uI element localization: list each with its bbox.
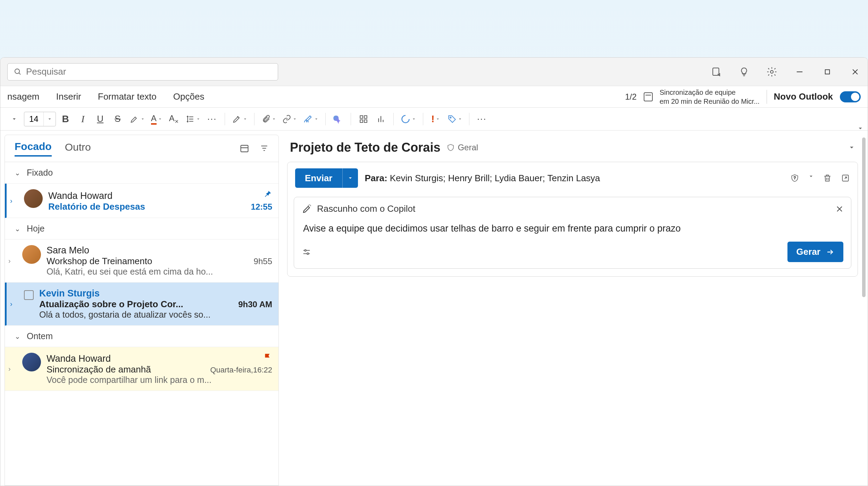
copilot-button[interactable]: [331, 111, 346, 127]
thread-category[interactable]: Geral: [446, 143, 478, 152]
message-item[interactable]: › Sara Melo Workshop de Treinamento 9h55…: [5, 240, 278, 283]
bold-button[interactable]: B: [58, 111, 73, 127]
separator: [225, 113, 225, 125]
ribbon-tab-insert[interactable]: Inserir: [56, 91, 81, 102]
avatar: [24, 189, 43, 208]
ribbon-tab-options[interactable]: Opções: [173, 91, 205, 102]
send-options-dropdown[interactable]: [342, 168, 358, 188]
filter-icon[interactable]: [260, 144, 269, 153]
gear-icon[interactable]: [766, 66, 777, 77]
separator: [469, 113, 469, 125]
close-icon[interactable]: [836, 205, 843, 213]
strikethrough-button[interactable]: S: [110, 111, 125, 127]
sync-info[interactable]: Sincronização de equipe em 20 min de Reu…: [660, 88, 760, 106]
notes-icon[interactable]: [711, 66, 722, 77]
send-button[interactable]: Enviar: [295, 168, 342, 188]
tag-button[interactable]: [445, 111, 464, 127]
scrollbar-thumb[interactable]: [862, 137, 866, 297]
message-item-selected[interactable]: › Kevin Sturgis Atualização sobre o Proj…: [5, 283, 278, 326]
sensitivity-icon[interactable]: ?: [790, 174, 799, 183]
page-indicator: 1/2: [625, 92, 636, 102]
loop-button[interactable]: [399, 111, 418, 127]
arrow-right-icon: [826, 248, 834, 256]
message-subject: Atualização sobre o Projeto Cor...: [39, 299, 183, 310]
svg-rect-12: [364, 116, 367, 118]
send-button-group: Enviar: [295, 168, 358, 188]
close-button[interactable]: [850, 66, 861, 77]
link-button[interactable]: [280, 111, 299, 127]
font-size-select[interactable]: 14: [24, 112, 56, 126]
new-outlook-label: Novo Outlook: [774, 91, 833, 102]
styles-button[interactable]: [230, 111, 249, 127]
message-preview: Olá, Katri, eu sei que está em cima da h…: [47, 267, 272, 277]
section-label: Hoje: [27, 224, 44, 234]
more-format-button[interactable]: ···: [205, 111, 220, 127]
signature-button[interactable]: [301, 111, 320, 127]
message-item-flagged[interactable]: › Wanda Howard Sincronização de amanhã Q…: [5, 347, 278, 391]
section-yesterday[interactable]: ⌄ Ontem: [5, 326, 278, 347]
message-time: 9h55: [254, 257, 272, 266]
tab-focused[interactable]: Focado: [15, 141, 52, 157]
separator: [351, 113, 351, 125]
expand-arrow-icon[interactable]: ›: [10, 300, 18, 308]
expand-arrow-icon[interactable]: ›: [8, 365, 17, 373]
tab-other[interactable]: Outro: [65, 141, 91, 156]
minimize-button[interactable]: [794, 66, 805, 77]
message-from: Kevin Sturgis: [39, 288, 100, 299]
generate-button[interactable]: Gerar: [787, 242, 843, 262]
calendar-icon[interactable]: [644, 92, 653, 101]
search-icon: [14, 68, 22, 76]
attach-button[interactable]: [259, 111, 278, 127]
delete-icon[interactable]: [823, 174, 832, 183]
flag-icon[interactable]: [263, 353, 272, 362]
section-pinned[interactable]: ⌄ Fixado: [5, 162, 278, 184]
copilot-prompt-input[interactable]: [302, 220, 843, 242]
font-family-dropdown[interactable]: [7, 111, 22, 127]
select-checkbox[interactable]: [24, 290, 34, 300]
section-label: Ontem: [27, 331, 53, 341]
to-field[interactable]: Para: Kevin Sturgis; Henry Brill; Lydia …: [365, 173, 600, 184]
chevron-down-icon: ⌄: [15, 225, 20, 233]
message-time: 12:55: [251, 202, 272, 212]
italic-button[interactable]: I: [75, 111, 91, 127]
main-area: Focado Outro ⌄ Fixado › Wanda Howard: [0, 131, 868, 486]
expand-arrow-icon[interactable]: ›: [10, 197, 18, 205]
font-size-value: 14: [24, 114, 43, 124]
lightbulb-icon[interactable]: [738, 66, 750, 77]
apps-button[interactable]: [356, 111, 371, 127]
message-subject: Sincronização de amanhã: [47, 364, 151, 375]
underline-button[interactable]: U: [93, 111, 108, 127]
line-spacing-button[interactable]: [184, 111, 202, 127]
highlight-button[interactable]: [127, 111, 147, 127]
popout-icon[interactable]: [841, 174, 850, 183]
message-subject: Relatório de Despesas: [48, 201, 145, 212]
clear-format-button[interactable]: A✕: [166, 111, 182, 127]
search-box[interactable]: [7, 63, 278, 81]
importance-button[interactable]: !: [428, 111, 443, 127]
expand-arrow-icon[interactable]: ›: [8, 257, 17, 265]
svg-rect-14: [364, 120, 367, 123]
scrollbar[interactable]: [862, 137, 866, 311]
svg-line-1: [19, 73, 20, 74]
ribbon-tab-format[interactable]: Formatar texto: [98, 91, 157, 102]
svg-rect-11: [360, 116, 363, 118]
overflow-button[interactable]: ···: [474, 111, 490, 127]
list-tabs: Focado Outro: [5, 135, 278, 162]
message-item-pinned[interactable]: › Wanda Howard Relatório de Despesas 12:…: [5, 184, 278, 218]
copilot-draft-box: Rascunho com o Copilot Gerar: [294, 197, 851, 269]
maximize-button[interactable]: [822, 66, 833, 77]
section-today[interactable]: ⌄ Hoje: [5, 218, 278, 240]
poll-button[interactable]: [373, 111, 389, 127]
outlook-window: nsagem Inserir Formatar texto Opções 1/2…: [0, 57, 868, 486]
font-color-button[interactable]: A: [149, 111, 164, 127]
ribbon-tab-message[interactable]: nsagem: [7, 91, 40, 102]
layout-icon[interactable]: [240, 144, 249, 153]
message-from: Wanda Howard: [48, 191, 112, 201]
thread-collapse-caret[interactable]: [848, 144, 855, 151]
chevron-down-icon[interactable]: [808, 174, 814, 183]
pin-icon[interactable]: [262, 189, 272, 199]
category-label: Geral: [458, 143, 478, 152]
search-input[interactable]: [26, 66, 272, 77]
new-outlook-toggle[interactable]: [840, 91, 861, 102]
adjust-sliders-icon[interactable]: [302, 247, 311, 257]
